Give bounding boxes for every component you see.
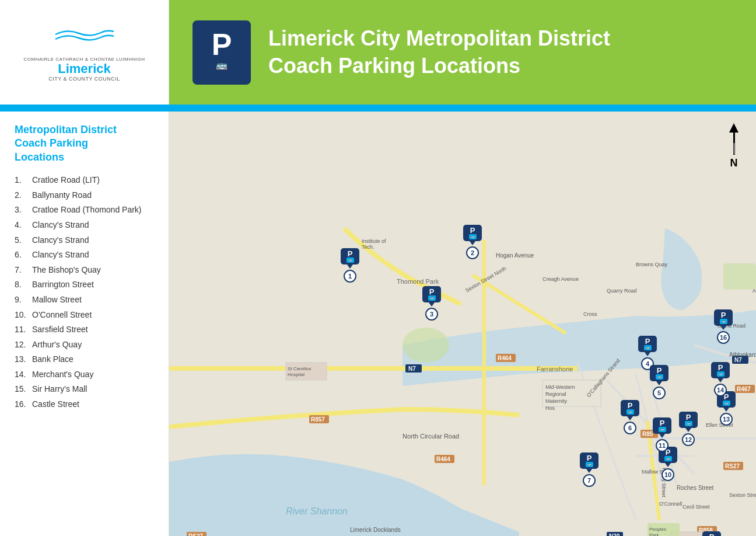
logo-subtitle: City & County Council bbox=[23, 76, 145, 82]
list-item: 14.Merchant's Quay bbox=[15, 369, 154, 381]
sidebar-title: Metropolitan DistrictCoach ParkingLocati… bbox=[15, 123, 154, 164]
marker-number: 1 bbox=[344, 270, 356, 283]
marker-icon-box: P🚌 bbox=[341, 248, 359, 264]
list-item-name: Clancy's Strand bbox=[32, 220, 89, 231]
svg-text:RS27: RS27 bbox=[725, 463, 740, 469]
marker-number: 16 bbox=[717, 331, 730, 344]
svg-text:Roches Street: Roches Street bbox=[677, 485, 714, 491]
location-list: 1.Cratloe Road (LIT)2.Ballynanty Road3.C… bbox=[15, 175, 154, 410]
list-item-name: Clancy's Strand bbox=[32, 249, 89, 261]
marker-number: 3 bbox=[425, 308, 438, 321]
parking-marker-3: P🚌3 bbox=[422, 286, 441, 321]
svg-text:R464: R464 bbox=[436, 456, 450, 462]
parking-marker-5: P🚌5 bbox=[650, 365, 668, 399]
list-item: 9.Mallow Street bbox=[15, 294, 154, 306]
list-item: 10.O'Connell Street bbox=[15, 309, 154, 321]
marker-icon-box: P🚌 bbox=[714, 309, 733, 326]
marker-icon-box: P🚌 bbox=[650, 365, 668, 381]
svg-text:Quarry Road: Quarry Road bbox=[607, 288, 637, 294]
parking-marker-14: P🚌14 bbox=[711, 362, 730, 396]
list-item-name: Mallow Street bbox=[32, 294, 82, 306]
list-item-name: Arthur's Quay bbox=[32, 339, 82, 351]
list-item-name: Bank Place bbox=[32, 354, 74, 366]
parking-icon-box: P 🚌 bbox=[192, 20, 251, 85]
list-item-num: 15. bbox=[15, 384, 27, 395]
list-item-num: 16. bbox=[15, 399, 27, 410]
marker-number: 10 bbox=[662, 468, 674, 481]
svg-text:North Circular Road: North Circular Road bbox=[402, 433, 459, 440]
list-item-num: 6. bbox=[15, 249, 27, 261]
list-item-num: 13. bbox=[15, 354, 27, 366]
list-item-name: Clancy's Strand bbox=[32, 235, 89, 246]
svg-text:O'Connell: O'Connell bbox=[659, 501, 682, 507]
marker-icon-box: P🚌 bbox=[422, 286, 441, 302]
svg-text:Athlunkard Street: Athlunkard Street bbox=[729, 351, 756, 358]
svg-text:Limerick Docklands: Limerick Docklands bbox=[350, 527, 401, 533]
parking-p-letter: P bbox=[212, 29, 232, 60]
list-item-name: Barrington Street bbox=[32, 279, 94, 291]
svg-text:Maternity: Maternity bbox=[545, 398, 568, 404]
parking-marker-1: P🚌1 bbox=[341, 248, 359, 283]
svg-text:Institute of: Institute of bbox=[362, 238, 386, 244]
svg-text:Cross: Cross bbox=[583, 311, 597, 317]
marker-icon-box: P🚌 bbox=[638, 336, 657, 352]
logo-city-name: Limerick bbox=[23, 62, 145, 76]
marker-number: 14 bbox=[714, 384, 727, 396]
list-item-name: Merchant's Quay bbox=[32, 369, 93, 381]
north-label: N bbox=[730, 157, 738, 169]
list-item-num: 9. bbox=[15, 294, 27, 306]
list-item: 11.Sarsfield Street bbox=[15, 324, 154, 336]
svg-rect-12 bbox=[723, 263, 756, 290]
svg-text:Peoples: Peoples bbox=[649, 527, 666, 532]
parking-marker-2: P🚌2 bbox=[463, 225, 482, 259]
main-content: Metropolitan DistrictCoach ParkingLocati… bbox=[0, 112, 756, 536]
parking-marker-6: P🚌6 bbox=[621, 400, 639, 434]
parking-marker-11: P🚌11 bbox=[653, 417, 671, 452]
svg-text:Sexton Street: Sexton Street bbox=[729, 492, 756, 498]
parking-marker-9: P🚌9 bbox=[702, 531, 721, 536]
sidebar: Metropolitan DistrictCoach ParkingLocati… bbox=[0, 112, 169, 536]
svg-text:R857: R857 bbox=[311, 416, 325, 423]
svg-text:Browns Quay: Browns Quay bbox=[636, 262, 668, 267]
list-item: 7.The Bishop's Quay bbox=[15, 264, 154, 276]
list-item-num: 2. bbox=[15, 190, 27, 201]
svg-point-11 bbox=[402, 328, 449, 363]
marker-number: 13 bbox=[720, 413, 733, 426]
logo-section: Comhairle Cathrach & Chontae Luimhnigh L… bbox=[0, 0, 169, 105]
svg-text:N7: N7 bbox=[408, 366, 416, 372]
svg-text:R85: R85 bbox=[642, 431, 653, 437]
header-title-section: P 🚌 Limerick City Metropolitan District … bbox=[169, 0, 756, 105]
list-item: 5.Clancy's Strand bbox=[15, 235, 154, 246]
svg-text:Hos: Hos bbox=[545, 405, 555, 411]
list-item-num: 12. bbox=[15, 339, 27, 351]
map-area: Thomond Park Farranshone River Shannon N… bbox=[169, 112, 756, 536]
svg-text:Regional: Regional bbox=[545, 391, 566, 397]
list-item-num: 11. bbox=[15, 324, 27, 336]
list-item-num: 7. bbox=[15, 264, 27, 276]
svg-text:Mid-Western: Mid-Western bbox=[545, 384, 575, 390]
parking-marker-16: P🚌16 bbox=[714, 309, 733, 344]
marker-number: 5 bbox=[653, 387, 666, 399]
title-line1: Limerick City Metropolitan District bbox=[268, 25, 610, 53]
marker-icon-box: P🚌 bbox=[463, 225, 482, 241]
marker-number: 2 bbox=[466, 246, 479, 259]
marker-icon-box: P🚌 bbox=[621, 400, 639, 416]
list-item: 6.Clancy's Strand bbox=[15, 249, 154, 261]
list-item-num: 3. bbox=[15, 204, 27, 216]
list-item-num: 5. bbox=[15, 235, 27, 246]
list-item: 8.Barrington Street bbox=[15, 279, 154, 291]
list-item-name: Castle Street bbox=[32, 399, 79, 410]
list-item: 1.Cratloe Road (LIT) bbox=[15, 175, 154, 186]
parking-marker-12: P🚌12 bbox=[679, 412, 698, 446]
marker-icon-box: P🚌 bbox=[679, 412, 698, 428]
svg-text:Cecil Street: Cecil Street bbox=[682, 504, 710, 510]
svg-text:RS27: RS27 bbox=[188, 533, 203, 536]
list-item-num: 8. bbox=[15, 279, 27, 291]
svg-text:Farranshone: Farranshone bbox=[537, 366, 573, 373]
marker-number: 7 bbox=[583, 474, 596, 487]
list-item: 4.Clancy's Strand bbox=[15, 220, 154, 231]
title-line2: Coach Parking Locations bbox=[268, 53, 610, 80]
marker-icon-box: P🚌 bbox=[653, 417, 671, 434]
marker-number: 6 bbox=[624, 422, 636, 434]
svg-text:Hogan Avenue: Hogan Avenue bbox=[496, 252, 534, 259]
